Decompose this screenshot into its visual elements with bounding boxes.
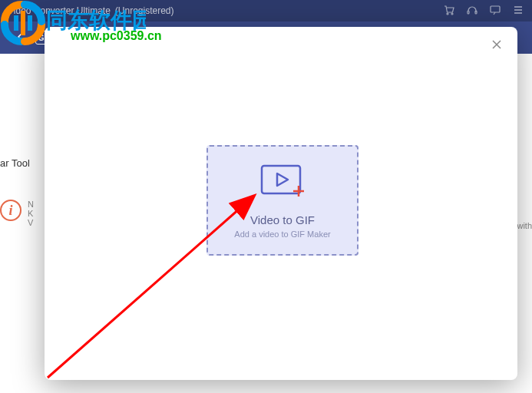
info-icon: i: [0, 200, 21, 221]
headset-icon[interactable]: [466, 4, 478, 18]
app-status: (Unregistered): [115, 5, 174, 16]
dropzone-title: Video to GIF: [250, 213, 315, 226]
titlebar-title: Video Converter Ultimate (Unregistered): [8, 5, 174, 16]
svg-rect-4: [491, 6, 500, 12]
svg-point-1: [451, 13, 453, 15]
dropzone-subtitle: Add a video to GIF Maker: [234, 230, 330, 239]
titlebar-actions: [443, 4, 524, 18]
svg-point-0: [447, 13, 448, 15]
cart-icon[interactable]: [443, 4, 455, 18]
info-line-3: V: [28, 218, 34, 227]
video-play-add-icon: [257, 163, 308, 203]
sidebar-fragment-text: ar Tool: [0, 157, 30, 169]
menu-icon[interactable]: [512, 4, 524, 18]
info-line-1: N: [28, 200, 34, 209]
feedback-icon[interactable]: [489, 4, 501, 18]
close-icon[interactable]: [490, 38, 504, 54]
gif-maker-modal: Video to GIF Add a video to GIF Maker: [45, 27, 517, 380]
video-to-gif-dropzone[interactable]: Video to GIF Add a video to GIF Maker: [207, 145, 359, 256]
info-lines: N K V: [28, 200, 34, 227]
titlebar: Video Converter Ultimate (Unregistered): [0, 0, 532, 21]
svg-rect-5: [262, 166, 300, 193]
svg-rect-2: [468, 11, 469, 14]
back-icon[interactable]: [14, 30, 28, 46]
app-name: Video Converter Ultimate: [8, 5, 111, 16]
info-fragment: i N K V: [0, 200, 34, 227]
info-line-2: K: [28, 209, 34, 218]
